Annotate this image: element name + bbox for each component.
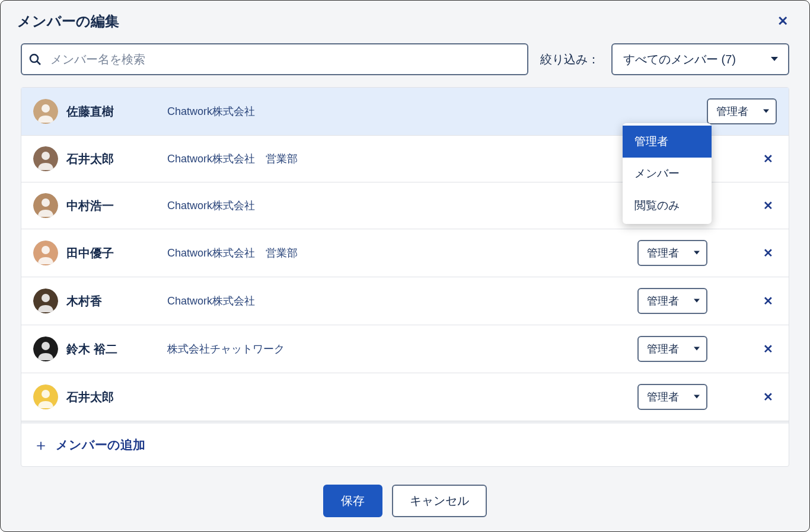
filter-label: 絞り込み： (540, 52, 599, 68)
search-input[interactable] (21, 43, 528, 75)
avatar (33, 289, 58, 313)
member-name: 中村浩一 (66, 198, 161, 214)
member-name: 鈴木 裕二 (66, 341, 161, 357)
avatar (33, 146, 58, 171)
remove-member-icon[interactable]: ✕ (760, 338, 777, 360)
role-select[interactable]: 管理者 (637, 384, 707, 410)
member-row: 田中優子Chatwork株式会社営業部管理者✕ (21, 229, 789, 277)
chevron-down-icon (693, 395, 700, 400)
dialog-title: メンバーの編集 (17, 12, 119, 31)
member-name: 石井太郎 (66, 389, 161, 405)
member-org: Chatwork株式会社 (167, 104, 255, 118)
plus-icon: ＋ (33, 437, 49, 453)
chevron-down-icon (693, 251, 700, 256)
search-filter-toolbar: 絞り込み： すべてのメンバー (7) (1, 41, 809, 87)
member-row: 石井太郎管理者✕ (21, 373, 789, 421)
avatar (33, 336, 58, 361)
search-wrap (21, 43, 528, 75)
dialog-footer: 保存 キャンセル (1, 470, 809, 531)
member-row: 木村香Chatwork株式会社管理者✕ (21, 277, 789, 325)
member-dept: 営業部 (266, 246, 298, 260)
member-row: 佐藤直樹Chatwork株式会社管理者管理者メンバー閲覧のみ (21, 88, 789, 136)
member-org: 株式会社チャットワーク (167, 342, 285, 356)
svg-point-15 (42, 390, 50, 398)
role-select[interactable]: 管理者 (637, 336, 707, 362)
chevron-down-icon (763, 109, 770, 114)
close-icon[interactable]: ✕ (773, 11, 793, 31)
avatar (33, 384, 58, 409)
avatar (33, 99, 58, 124)
avatar (33, 193, 58, 218)
svg-point-11 (42, 294, 50, 302)
member-org: Chatwork株式会社 (167, 246, 255, 260)
role-dropdown-menu: 管理者メンバー閲覧のみ (623, 123, 712, 224)
member-org: Chatwork株式会社 (167, 152, 255, 166)
chevron-down-icon (693, 299, 700, 304)
role-select-label: 管理者 (647, 390, 679, 404)
filter-selected-text: すべてのメンバー (7) (623, 52, 736, 68)
member-name: 佐藤直樹 (66, 104, 161, 120)
remove-member-icon[interactable]: ✕ (760, 386, 777, 408)
chevron-down-icon (770, 56, 779, 62)
member-dept: 営業部 (266, 152, 298, 166)
remove-member-icon[interactable]: ✕ (760, 242, 777, 264)
role-select-label: 管理者 (647, 342, 679, 356)
remove-member-icon[interactable]: ✕ (760, 148, 777, 169)
role-dropdown-item[interactable]: 閲覧のみ (623, 190, 712, 222)
svg-point-5 (42, 152, 50, 160)
member-row: 鈴木 裕二株式会社チャットワーク管理者✕ (21, 325, 789, 373)
remove-member-icon[interactable]: ✕ (760, 195, 777, 216)
role-select[interactable]: 管理者 (637, 240, 707, 266)
role-select-label: 管理者 (716, 104, 748, 118)
member-list: 佐藤直樹Chatwork株式会社管理者管理者メンバー閲覧のみ石井太郎Chatwo… (21, 87, 789, 467)
member-name: 田中優子 (66, 245, 161, 261)
avatar (33, 241, 58, 265)
search-icon (28, 52, 42, 66)
dialog-header: メンバーの編集 ✕ (1, 1, 809, 41)
svg-line-1 (37, 62, 41, 65)
add-member-label: メンバーの追加 (56, 437, 145, 453)
role-dropdown-item[interactable]: 管理者 (623, 126, 712, 158)
member-org: Chatwork株式会社 (167, 294, 255, 308)
filter-select[interactable]: すべてのメンバー (7) (611, 43, 789, 75)
member-org: Chatwork株式会社 (167, 198, 255, 213)
svg-point-3 (42, 104, 50, 113)
role-dropdown-item[interactable]: メンバー (623, 158, 712, 190)
svg-point-13 (42, 342, 50, 350)
role-select[interactable]: 管理者 (637, 288, 707, 314)
chevron-down-icon (693, 347, 700, 352)
remove-member-icon[interactable]: ✕ (760, 290, 777, 312)
svg-point-0 (30, 55, 38, 62)
role-select-label: 管理者 (647, 294, 679, 308)
member-name: 石井太郎 (66, 151, 161, 167)
role-select-label: 管理者 (647, 246, 679, 260)
svg-point-9 (42, 246, 50, 254)
add-member-button[interactable]: ＋メンバーの追加 (21, 421, 789, 466)
edit-members-dialog: メンバーの編集 ✕ 絞り込み： すべてのメンバー (7) 佐藤直樹Chatwor… (0, 0, 810, 532)
role-select[interactable]: 管理者 (707, 98, 777, 124)
save-button[interactable]: 保存 (323, 485, 382, 517)
member-name: 木村香 (66, 293, 161, 309)
svg-point-7 (42, 198, 50, 207)
cancel-button[interactable]: キャンセル (392, 485, 487, 517)
